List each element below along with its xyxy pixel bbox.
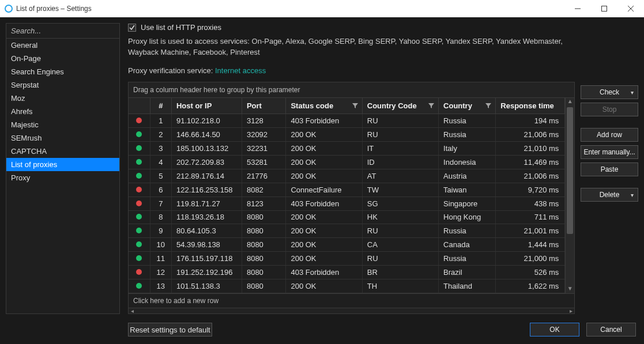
cell-country-code: AT bbox=[362, 169, 438, 183]
table-row[interactable]: 2146.66.14.5032092200 OKRURussia21,006 m… bbox=[129, 128, 565, 142]
group-by-area[interactable]: Drag a column header here to group by th… bbox=[129, 82, 574, 98]
use-proxy-list-checkbox[interactable] bbox=[128, 24, 136, 32]
sidebar-item[interactable]: Majestic bbox=[6, 118, 119, 131]
table-row[interactable]: 7119.81.71.278123403 ForbiddenSGSingapor… bbox=[129, 196, 565, 210]
table-row[interactable]: 12191.252.192.1968080403 ForbiddenBRBraz… bbox=[129, 266, 565, 279]
app-icon bbox=[5, 5, 13, 13]
cell-country: Russia bbox=[439, 252, 496, 266]
cell-status-code: 200 OK bbox=[286, 169, 362, 183]
cell-country: Taiwan bbox=[439, 183, 496, 196]
cell-country: Brazil bbox=[439, 266, 496, 279]
cell-port: 3128 bbox=[242, 114, 286, 128]
ok-button[interactable]: OK bbox=[530, 323, 579, 337]
titlebar: List of proxies – Settings bbox=[0, 0, 644, 17]
maximize-button[interactable] bbox=[591, 0, 617, 17]
column-response-time[interactable]: Response time bbox=[496, 98, 565, 114]
table-row[interactable]: 13101.51.138.38080200 OKTHThailand1,622 … bbox=[129, 279, 565, 293]
filter-icon[interactable] bbox=[428, 102, 435, 111]
add-row-button[interactable]: Add row bbox=[581, 128, 638, 142]
sidebar-item[interactable]: Moz bbox=[6, 92, 119, 105]
table-row[interactable]: 3185.100.13.13232231200 OKITItaly21,010 … bbox=[129, 142, 565, 156]
column-host[interactable]: Host or IP bbox=[171, 98, 242, 114]
sidebar-item[interactable]: On-Page bbox=[6, 52, 119, 65]
horizontal-scrollbar[interactable]: ◂ ▸ bbox=[129, 308, 574, 313]
sidebar-item[interactable]: Ahrefs bbox=[6, 105, 119, 118]
filter-icon[interactable] bbox=[485, 102, 492, 111]
verification-link[interactable]: Internet access bbox=[215, 66, 266, 75]
cancel-button[interactable]: Cancel bbox=[586, 323, 636, 337]
paste-button[interactable]: Paste bbox=[581, 162, 638, 176]
enter-manually-button[interactable]: Enter manually... bbox=[581, 145, 638, 159]
cell-country-code: RU bbox=[362, 252, 438, 266]
cell-number: 8 bbox=[150, 210, 171, 224]
close-button[interactable] bbox=[617, 0, 644, 17]
cell-number: 5 bbox=[150, 169, 171, 183]
scroll-left-icon[interactable]: ◂ bbox=[129, 308, 135, 314]
reset-settings-button[interactable]: Reset settings to default bbox=[128, 323, 212, 337]
sidebar-item[interactable]: SEMrush bbox=[6, 131, 119, 145]
filter-icon[interactable] bbox=[352, 102, 359, 111]
status-dot-icon bbox=[136, 159, 142, 165]
cell-response-time: 438 ms bbox=[496, 196, 565, 210]
cell-country-code: ID bbox=[362, 155, 438, 169]
sidebar-item[interactable]: Serpstat bbox=[6, 78, 119, 92]
scroll-right-icon[interactable]: ▸ bbox=[567, 308, 574, 314]
cell-country-code: CA bbox=[362, 238, 438, 252]
status-dot-icon bbox=[136, 145, 142, 151]
scroll-thumb[interactable] bbox=[567, 107, 573, 234]
table-row[interactable]: 5212.89.176.1421776200 OKATAustria21,006… bbox=[129, 169, 565, 183]
sidebar-item[interactable]: General bbox=[6, 39, 119, 52]
cell-country: Italy bbox=[439, 142, 496, 156]
cell-country: Russia bbox=[439, 224, 496, 238]
cell-number: 7 bbox=[150, 196, 171, 210]
cell-number: 6 bbox=[150, 183, 171, 196]
cell-status-code: 200 OK bbox=[286, 224, 362, 238]
cell-status-code: 200 OK bbox=[286, 238, 362, 252]
scroll-down-icon[interactable]: ▼ bbox=[566, 285, 574, 293]
delete-button[interactable]: Delete bbox=[581, 188, 638, 202]
scroll-up-icon[interactable]: ▲ bbox=[566, 98, 574, 106]
sidebar-item[interactable]: List of proxies bbox=[6, 158, 119, 171]
column-port[interactable]: Port bbox=[242, 98, 286, 114]
status-dot-icon bbox=[136, 228, 142, 233]
column-status-code-label: Status code bbox=[291, 101, 333, 110]
column-status-code[interactable]: Status code bbox=[286, 98, 362, 114]
cell-response-time: 21,010 ms bbox=[496, 142, 565, 156]
cell-host: 119.81.71.27 bbox=[171, 196, 242, 210]
cell-country: Russia bbox=[439, 128, 496, 142]
cell-port: 8080 bbox=[242, 210, 286, 224]
check-button[interactable]: Check bbox=[581, 85, 638, 99]
minimize-button[interactable] bbox=[564, 0, 591, 17]
search-input[interactable]: Search... bbox=[6, 24, 119, 39]
cell-host: 118.193.26.18 bbox=[171, 210, 242, 224]
add-new-row-hint[interactable]: Click here to add a new row bbox=[129, 293, 574, 308]
sidebar-item[interactable]: Search Engines bbox=[6, 65, 119, 78]
stop-button[interactable]: Stop bbox=[581, 103, 638, 116]
cell-port: 8080 bbox=[242, 224, 286, 238]
column-country[interactable]: Country bbox=[439, 98, 496, 114]
table-row[interactable]: 11176.115.197.1188080200 OKRURussia21,00… bbox=[129, 252, 565, 266]
cell-country-code: RU bbox=[362, 128, 438, 142]
status-dot-icon bbox=[136, 118, 142, 123]
cell-host: 212.89.176.14 bbox=[171, 169, 242, 183]
cell-host: 101.51.138.3 bbox=[171, 279, 242, 293]
column-status-dot[interactable] bbox=[129, 98, 150, 114]
column-country-code[interactable]: Country Code bbox=[362, 98, 438, 114]
cell-response-time: 9,720 ms bbox=[496, 183, 565, 196]
table-row[interactable]: 6122.116.253.1588082ConnectFailureTWTaiw… bbox=[129, 183, 565, 196]
table-row[interactable]: 8118.193.26.188080200 OKHKHong Kong711 m… bbox=[129, 210, 565, 224]
cell-response-time: 21,000 ms bbox=[496, 252, 565, 266]
cell-port: 8080 bbox=[242, 238, 286, 252]
cell-host: 91.102.218.0 bbox=[171, 114, 242, 128]
table-row[interactable]: 191.102.218.03128403 ForbiddenRURussia19… bbox=[129, 114, 565, 128]
vertical-scrollbar[interactable]: ▲ ▼ bbox=[565, 98, 574, 293]
cell-country: Austria bbox=[439, 169, 496, 183]
sidebar-item[interactable]: Proxy bbox=[6, 171, 119, 184]
table-row[interactable]: 980.64.105.38080200 OKRURussia21,001 ms bbox=[129, 224, 565, 238]
table-row[interactable]: 4202.72.209.8353281200 OKIDIndonesia11,4… bbox=[129, 155, 565, 169]
column-number[interactable]: # bbox=[150, 98, 171, 114]
sidebar-item[interactable]: CAPTCHA bbox=[6, 145, 119, 158]
cell-country: Canada bbox=[439, 238, 496, 252]
table-row[interactable]: 1054.39.98.1388080200 OKCACanada1,444 ms bbox=[129, 238, 565, 252]
cell-host: 185.100.13.132 bbox=[171, 142, 242, 156]
